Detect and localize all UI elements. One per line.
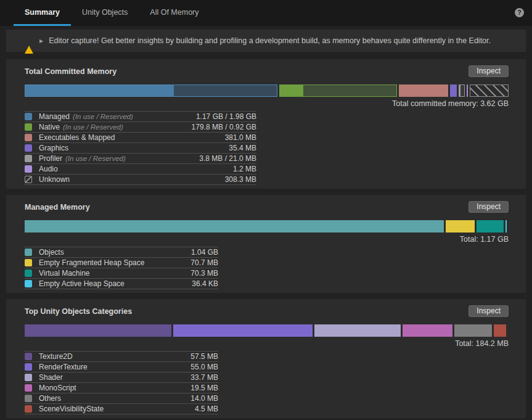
managed-memory-bar	[25, 220, 509, 233]
legend-row[interactable]: MonoScript 19.5 MB	[25, 383, 218, 393]
bar-segment-native[interactable]	[279, 84, 397, 97]
legend-value: 3.8 MB / 21.0 MB	[199, 154, 256, 163]
warning-icon: !	[25, 37, 34, 45]
legend-label: Empty Fragmented Heap Space	[39, 258, 144, 267]
bar-segment-others[interactable]	[454, 324, 492, 337]
bar-segment-texture2d[interactable]	[25, 324, 171, 337]
legend-row[interactable]: Objects 1.04 GB	[25, 247, 218, 258]
managed-memory-total-label: Total: 1.17 GB	[25, 235, 509, 244]
legend-label: SceneVisibilityState	[39, 405, 104, 413]
bar-segment-monoscript[interactable]	[403, 324, 453, 337]
bar-segment-executables-and-mapped[interactable]	[399, 84, 449, 97]
legend-label: Audio	[39, 165, 58, 173]
bar-segment-scenevisibilitystate[interactable]	[494, 324, 506, 337]
inspect-button[interactable]: Inspect	[469, 65, 509, 77]
legend-row[interactable]: Shader 33.7 MB	[25, 373, 218, 383]
legend-row[interactable]: RenderTexture 55.0 MB	[25, 362, 218, 373]
legend-table: Texture2D 57.5 MB RenderTexture 55.0 MB …	[25, 351, 218, 414]
legend-color-swatch	[25, 270, 32, 277]
bar-segment-objects[interactable]	[25, 220, 444, 233]
top-unity-objects-bar	[25, 324, 509, 337]
legend-value: 381.0 MB	[225, 133, 256, 142]
tab-bar: Summary Unity Objects All Of Memory ?	[0, 0, 532, 26]
legend-value: 308.3 MB	[225, 175, 256, 184]
section-total-committed-memory: Total Committed Memory Inspect Total com…	[6, 59, 526, 189]
legend-row[interactable]: SceneVisibilityState 4.5 MB	[25, 404, 218, 414]
legend-row[interactable]: Managed (In use / Reserved) 1.17 GB / 1.…	[25, 112, 256, 122]
warning-text: Editor capture! Get better insights by b…	[49, 36, 491, 45]
legend-color-swatch	[25, 405, 32, 413]
legend-row[interactable]: Others 14.0 MB	[25, 393, 218, 404]
section-title: Managed Memory	[25, 203, 90, 212]
legend-value: 70.7 MB	[190, 258, 218, 267]
bar-segment-profiler[interactable]	[459, 84, 465, 97]
bar-segment-native-in-use	[280, 85, 303, 96]
legend-label: Executables & Mapped	[39, 133, 115, 142]
legend-row[interactable]: Audio 1.2 MB	[25, 164, 256, 175]
bar-segment-audio[interactable]	[467, 84, 468, 97]
legend-table: Objects 1.04 GB Empty Fragmented Heap Sp…	[25, 247, 218, 289]
legend-row[interactable]: Graphics 35.4 MB	[25, 143, 256, 154]
legend-row[interactable]: Virtual Machine 70.3 MB	[25, 268, 218, 279]
legend-row[interactable]: Texture2D 57.5 MB	[25, 352, 218, 362]
section-title: Top Unity Objects Categories	[25, 307, 132, 316]
legend-color-swatch	[25, 123, 32, 131]
bar-segment-empty-active-heap-space[interactable]	[505, 220, 507, 233]
legend-label: Others	[39, 394, 61, 403]
foldout-arrow-icon[interactable]: ▶	[39, 38, 43, 44]
legend-row[interactable]: Unknown 308.3 MB	[25, 175, 256, 185]
legend-row[interactable]: Empty Fragmented Heap Space 70.7 MB	[25, 258, 218, 268]
legend-label: Texture2D	[39, 352, 73, 361]
legend-value: 14.0 MB	[190, 394, 218, 403]
total-committed-memory-bar	[25, 84, 509, 97]
legend-value: 55.0 MB	[190, 363, 218, 371]
tab-all-of-memory[interactable]: All Of Memory	[139, 0, 210, 26]
help-icon[interactable]: ?	[515, 8, 524, 17]
bar-segment-managed[interactable]	[25, 84, 277, 97]
legend-value: 1.17 GB / 1.98 GB	[196, 112, 256, 121]
legend-label: Unknown	[39, 175, 70, 184]
legend-value: 4.5 MB	[195, 405, 218, 413]
legend-color-swatch	[25, 134, 32, 141]
legend-color-swatch	[25, 176, 32, 183]
bar-segment-empty-fragmented-heap-space[interactable]	[446, 220, 475, 233]
legend-label: Shader	[39, 373, 63, 382]
legend-label: Profiler	[39, 154, 62, 163]
legend-value: 36.4 KB	[192, 279, 218, 288]
bar-segment-shader[interactable]	[314, 324, 401, 337]
bar-segment-unknown[interactable]	[470, 84, 509, 97]
legend-row[interactable]: Native (In use / Reserved) 179.8 MB / 0.…	[25, 122, 256, 133]
inspect-button[interactable]: Inspect	[469, 201, 509, 213]
legend-row[interactable]: Executables & Mapped 381.0 MB	[25, 133, 256, 143]
bar-segment-managed-in-use	[25, 85, 174, 96]
section-managed-memory: Managed Memory Inspect Total: 1.17 GB Ob…	[6, 195, 526, 293]
legend-label: Managed	[39, 112, 70, 121]
section-top-unity-objects-categories: Top Unity Objects Categories Inspect Tot…	[6, 299, 526, 418]
legend-color-swatch	[25, 395, 32, 402]
legend-value: 70.3 MB	[190, 269, 218, 278]
legend-color-swatch	[25, 165, 32, 173]
legend-label: Objects	[39, 248, 64, 257]
legend-row[interactable]: Empty Active Heap Space 36.4 KB	[25, 279, 218, 289]
bar-segment-graphics[interactable]	[450, 84, 456, 97]
legend-row[interactable]: Profiler (In use / Reserved) 3.8 MB / 21…	[25, 154, 256, 164]
legend-value: 33.7 MB	[190, 373, 218, 382]
total-committed-memory-label: Total committed memory: 3.62 GB	[25, 99, 509, 108]
legend-value: 35.4 MB	[229, 144, 256, 152]
legend-color-swatch	[25, 384, 32, 392]
bar-segment-rendertexture[interactable]	[173, 324, 313, 337]
editor-capture-warning-banner: ! ▶ Editor capture! Get better insights …	[6, 30, 526, 52]
inspect-button[interactable]: Inspect	[469, 305, 509, 317]
legend-hint: (In use / Reserved)	[73, 113, 133, 120]
legend-color-swatch	[25, 144, 32, 152]
legend-color-swatch	[25, 249, 32, 256]
tab-summary[interactable]: Summary	[14, 0, 71, 26]
legend-label: Native	[39, 123, 60, 131]
legend-color-swatch	[25, 113, 32, 120]
legend-label: Empty Active Heap Space	[39, 279, 125, 288]
legend-color-swatch	[25, 363, 32, 371]
bar-segment-virtual-machine[interactable]	[477, 220, 504, 233]
section-title: Total Committed Memory	[25, 67, 117, 76]
legend-hint: (In use / Reserved)	[63, 123, 123, 131]
tab-unity-objects[interactable]: Unity Objects	[71, 0, 139, 26]
